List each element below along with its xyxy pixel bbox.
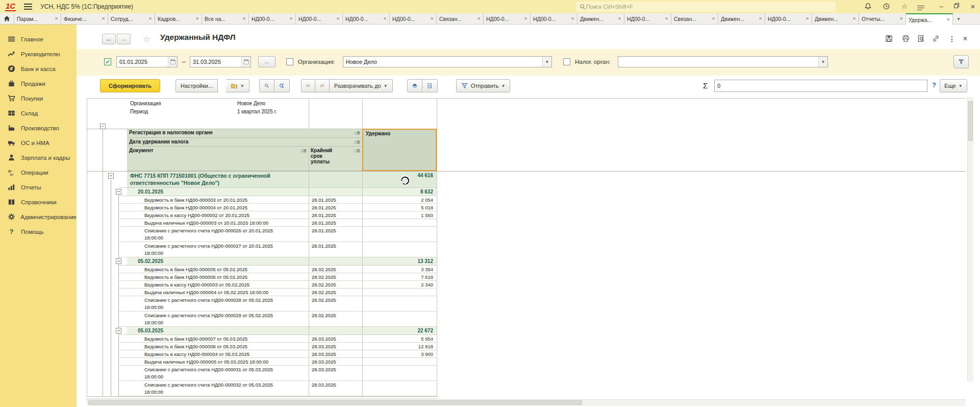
cell-document[interactable]: Ведомость в банк НД00-000007 от 05.03.20… [119,335,309,342]
cell-document[interactable]: Ведомость в банк НД00-000005 от 05.02.20… [119,266,309,273]
cell-withheld[interactable]: 13 312 [362,257,437,265]
date-to-input[interactable] [190,59,241,65]
tab-12[interactable]: Движен...✕ [577,13,624,24]
cell-withheld[interactable]: 2 340 [362,281,437,288]
sidebar-item-справочники[interactable]: Справочники [0,195,77,209]
tab-close-icon[interactable]: ✕ [102,16,105,21]
sort-list-icon[interactable]: ≣ [356,148,360,153]
table-row[interactable]: Ведомость в банк НД00-000005 от 05.02.20… [119,266,437,273]
cell-deadline[interactable]: 28.03.2025 [309,366,362,380]
search-input[interactable] [586,4,833,10]
cell-withheld[interactable]: 7 618 [362,273,437,280]
group-expander[interactable]: − [116,328,121,333]
sidebar-item-главное[interactable]: Главное [0,32,77,46]
cell-deadline[interactable] [309,327,362,334]
tab-close-icon[interactable]: ✕ [899,16,903,21]
report-variants-button[interactable]: ▼ [226,79,249,92]
table-row[interactable]: Списание с расчетного счета НД00-000032 … [119,381,437,396]
more-menu-kebab-icon[interactable]: ⋮ [947,35,957,44]
tab-19[interactable]: Удержа...✕ [906,13,953,25]
favorites-star-icon[interactable]: ☆ [900,3,909,11]
tab-close-icon[interactable]: ✕ [946,17,950,22]
tab-3[interactable]: Кадров...✕ [155,13,202,24]
cell-deadline[interactable] [309,257,362,265]
tab-close-icon[interactable]: ✕ [430,16,434,21]
tax-authority-combo[interactable]: ▼ [618,56,828,67]
cell-deadline[interactable]: 28.03.2025 [309,335,362,342]
tab-0[interactable]: Парам...✕ [14,13,61,24]
tab-7[interactable]: НД00-0...✕ [343,13,390,24]
table-row[interactable]: Выдача наличных НД00-000004 от 05.02.202… [119,289,437,296]
cell-document[interactable]: Списание с расчетного счета НД00-000026 … [119,227,309,242]
group-expander[interactable]: − [108,173,114,179]
cell-document[interactable]: Списание с расчетного счета НД00-000027 … [119,242,309,257]
cell-deadline[interactable]: 28.03.2025 [309,381,362,396]
help-button[interactable]: ? [932,81,936,89]
cell-document[interactable]: 20.01.2025 [119,188,309,196]
cell-document[interactable]: 05.03.2025 [119,327,309,334]
cell-withheld[interactable] [362,227,437,242]
tab-14[interactable]: Связан...✕ [671,13,718,24]
column-header-registration[interactable]: Регистрация в налоговом органе ↓≣ [127,129,362,138]
cell-document[interactable]: Списание с расчетного счета НД00-000028 … [119,296,309,311]
cell-withheld[interactable]: 3 900 [362,350,437,357]
table-row[interactable]: Ведомость в кассу НД00-000002 от 20.01.2… [119,211,437,219]
tab-close-icon[interactable]: ✕ [195,16,199,21]
cell-deadline[interactable]: 28.02.2025 [309,281,362,288]
table-row-group[interactable]: −20.01.20258 632 [119,188,437,196]
table-row[interactable]: Списание с расчетного счета НД00-000031 … [119,366,437,381]
column-header-document[interactable]: Документ ↓≣ [127,147,309,171]
table-row-group[interactable]: −05.03.202522 672 [119,327,437,335]
cell-withheld[interactable] [362,366,437,380]
minimize-icon[interactable]: – [937,3,946,11]
cell-document[interactable]: 05.02.2025 [119,257,309,265]
cell-document[interactable]: Ведомость в банк НД00-000008 от 05.03.20… [119,343,309,350]
cell-document[interactable]: Ведомость в кассу НД00-000004 от 05.03.2… [119,350,309,357]
cell-withheld[interactable]: 1 560 [362,211,437,219]
table-row[interactable]: Списание с расчетного счета НД00-000028 … [119,296,437,312]
tab-16[interactable]: НД00-0...✕ [765,13,812,24]
expand-groups-button[interactable] [315,79,330,92]
cell-document[interactable]: Выдача наличных НД00-000003 от 20.01.202… [119,219,309,226]
cell-document[interactable]: Списание с расчетного счета НД00-000032 … [119,381,309,396]
sidebar-item-банк-и-касса[interactable]: ₽Банк и касса [0,61,77,76]
home-tab[interactable] [0,13,14,24]
find-next-button[interactable] [274,79,290,92]
collapse-groups-button[interactable] [301,79,315,92]
chevron-down-icon[interactable]: ▼ [818,57,827,67]
cell-withheld[interactable]: 12 818 [362,343,437,350]
cell-deadline[interactable] [309,171,362,187]
cell-withheld[interactable] [362,289,437,296]
tab-close-icon[interactable]: ✕ [665,16,668,21]
print-preview-button[interactable] [422,79,438,92]
tab-18[interactable]: Отчеты...✕ [859,13,906,24]
tab-close-icon[interactable]: ✕ [806,16,809,21]
tab-15[interactable]: Движен...✕ [718,13,765,24]
close-report-icon[interactable]: × [960,35,970,44]
cell-withheld[interactable]: 2 054 [362,196,437,203]
sidebar-item-склад[interactable]: Склад [0,106,77,121]
cell-document[interactable]: Ведомость в банк НД00-000004 от 20.01.20… [119,204,309,211]
tab-close-icon[interactable]: ✕ [712,16,715,21]
expand-to-button[interactable]: Разворачивать до▼ [330,79,393,92]
cell-deadline[interactable]: 28.01.2025 [309,219,362,226]
cell-withheld[interactable]: 5 018 [362,204,437,211]
restore-window-icon[interactable] [952,3,961,11]
find-button[interactable] [259,79,274,92]
organization-input[interactable] [343,59,542,65]
tab-close-icon[interactable]: ✕ [148,16,152,21]
vertical-scrollbar-thumb[interactable] [968,101,973,141]
cell-deadline[interactable]: 28.03.2025 [309,358,362,365]
table-row[interactable]: Ведомость в банк НД00-000004 от 20.01.20… [119,204,437,211]
print-icon[interactable] [900,35,911,44]
tab-5[interactable]: НД00-0...✕ [249,13,296,24]
send-button[interactable]: Отправить▼ [456,79,510,92]
cell-document[interactable]: Ведомость в кассу НД00-000002 от 20.01.2… [119,211,309,219]
cell-deadline[interactable]: 28.01.2025 [309,242,362,257]
link-icon[interactable] [931,35,941,44]
cell-deadline[interactable]: 28.02.2025 [309,273,362,280]
tab-close-icon[interactable]: ✕ [759,16,762,21]
tab-close-icon[interactable]: ✕ [852,16,856,21]
table-row[interactable]: Выдача наличных НД00-000005 от 05.03.202… [119,358,437,366]
tax-authority-input[interactable] [618,59,818,65]
